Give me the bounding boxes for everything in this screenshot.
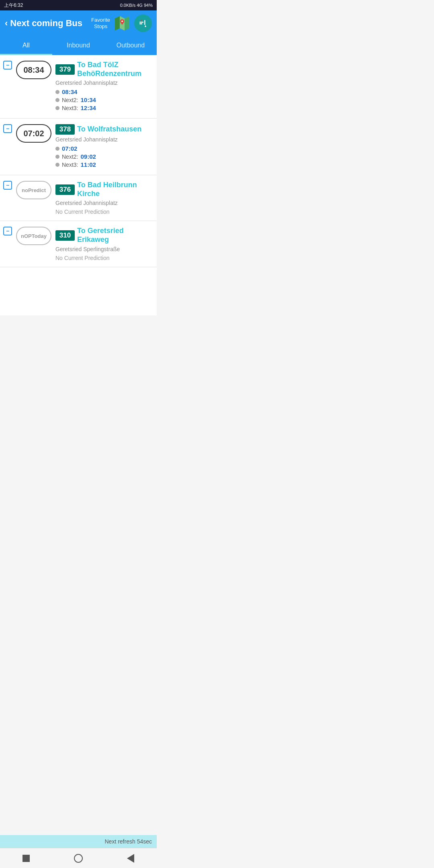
app-bar-left: ‹ Next coming Bus bbox=[5, 18, 91, 29]
sort-button[interactable] bbox=[134, 14, 152, 32]
route-dest-379: To Bad TölZ BehöRdenzentrum bbox=[77, 61, 153, 78]
bus-info-378: 378 To Wolfratshausen Geretsried Johanni… bbox=[55, 124, 153, 169]
time-item-379-2: Next2: 10:34 bbox=[55, 96, 153, 103]
time-item-378-1: 07:02 bbox=[55, 145, 153, 152]
bus-route-header-376: 376 To Bad Heilbrunn Kirche bbox=[55, 181, 153, 198]
svg-rect-8 bbox=[139, 23, 142, 25]
collapse-button-376[interactable]: − bbox=[3, 181, 12, 190]
bus-list: − 08:34 379 To Bad TölZ BehöRdenzentrum … bbox=[0, 55, 157, 315]
status-time: 上午6:32 bbox=[4, 2, 23, 9]
bus-entry-378: − 07:02 378 To Wolfratshausen Geretsried… bbox=[0, 119, 157, 175]
time-value-378-3: 11:02 bbox=[80, 161, 96, 168]
app-bar-right: Favorite Stops bbox=[91, 14, 152, 32]
route-number-378: 378 bbox=[55, 124, 75, 135]
stop-name-310: Geretsried Sperlingstraße bbox=[55, 246, 153, 252]
route-dest-310: To Geretsried Erikaweg bbox=[77, 227, 153, 244]
time-value-379-2: 10:34 bbox=[80, 96, 96, 103]
svg-marker-9 bbox=[145, 25, 146, 27]
back-button[interactable]: ‹ bbox=[5, 18, 8, 29]
time-badge-379: 08:34 bbox=[16, 61, 51, 79]
time-badge-376: noPredict bbox=[16, 181, 51, 199]
route-number-376: 376 bbox=[55, 184, 75, 195]
map-button[interactable] bbox=[114, 15, 130, 31]
no-prediction-310: No Current Prediction bbox=[55, 255, 153, 261]
route-dest-376: To Bad Heilbrunn Kirche bbox=[77, 181, 153, 198]
time-value-379-1: 08:34 bbox=[62, 88, 77, 95]
stop-name-379: Geretsried Johannisplatz bbox=[55, 80, 153, 86]
time-list-378: 07:02 Next2: 09:02 Next3: 11:02 bbox=[55, 145, 153, 168]
dot-icon bbox=[55, 147, 59, 151]
collapse-button-378[interactable]: − bbox=[3, 124, 12, 133]
dot-icon bbox=[55, 90, 59, 94]
app-bar: ‹ Next coming Bus Favorite Stops bbox=[0, 10, 157, 36]
time-item-378-3: Next3: 11:02 bbox=[55, 161, 153, 168]
time-badge-310: nOPToday bbox=[16, 227, 51, 245]
stop-name-378: Geretsried Johannisplatz bbox=[55, 136, 153, 143]
tab-bar: All Inbound Outbound bbox=[0, 36, 157, 55]
next2-label-378: Next2: bbox=[62, 154, 78, 160]
bus-entry-310: − nOPToday 310 To Geretsried Erikaweg Ge… bbox=[0, 221, 157, 267]
svg-marker-2 bbox=[115, 16, 120, 31]
no-prediction-376: No Current Prediction bbox=[55, 209, 153, 215]
time-list-379: 08:34 Next2: 10:34 Next3: 12:34 bbox=[55, 88, 153, 111]
status-bar: 上午6:32 0.0KB/s 4G 94% bbox=[0, 0, 157, 10]
collapse-button-310[interactable]: − bbox=[3, 227, 12, 235]
next2-label-379: Next2: bbox=[62, 97, 78, 103]
route-dest-378: To Wolfratshausen bbox=[77, 125, 141, 134]
collapse-button-379[interactable]: − bbox=[3, 61, 12, 70]
time-value-378-1: 07:02 bbox=[62, 145, 77, 152]
time-item-379-1: 08:34 bbox=[55, 88, 153, 95]
bus-info-310: 310 To Geretsried Erikaweg Geretsried Sp… bbox=[55, 227, 153, 261]
bus-entry-379: − 08:34 379 To Bad TölZ BehöRdenzentrum … bbox=[0, 55, 157, 119]
next3-label-379: Next3: bbox=[62, 105, 78, 111]
bus-info-376: 376 To Bad Heilbrunn Kirche Geretsried J… bbox=[55, 181, 153, 215]
svg-marker-6 bbox=[141, 20, 142, 21]
next3-label-378: Next3: bbox=[62, 162, 78, 168]
svg-rect-10 bbox=[144, 20, 145, 25]
route-number-379: 379 bbox=[55, 64, 75, 75]
svg-rect-7 bbox=[139, 22, 143, 23]
time-value-379-3: 12:34 bbox=[80, 104, 96, 111]
dot-icon bbox=[55, 98, 59, 102]
bus-info-379: 379 To Bad TölZ BehöRdenzentrum Geretsri… bbox=[55, 61, 153, 113]
favorite-stops-button[interactable]: Favorite Stops bbox=[91, 17, 110, 29]
status-right-icons: 0.0KB/s 4G 94% bbox=[120, 3, 153, 8]
time-item-378-2: Next2: 09:02 bbox=[55, 153, 153, 160]
bus-route-header-378: 378 To Wolfratshausen bbox=[55, 124, 153, 135]
bus-entry-376: − noPredict 376 To Bad Heilbrunn Kirche … bbox=[0, 175, 157, 221]
tab-outbound[interactable]: Outbound bbox=[104, 36, 157, 54]
empty-space bbox=[0, 267, 157, 315]
dot-icon bbox=[55, 155, 59, 159]
svg-point-5 bbox=[121, 20, 123, 22]
bus-route-header-379: 379 To Bad TölZ BehöRdenzentrum bbox=[55, 61, 153, 78]
stop-name-376: Geretsried Johannisplatz bbox=[55, 200, 153, 206]
dot-icon bbox=[55, 163, 59, 167]
route-number-310: 310 bbox=[55, 230, 75, 241]
time-value-378-2: 09:02 bbox=[80, 153, 96, 160]
bus-route-header-310: 310 To Geretsried Erikaweg bbox=[55, 227, 153, 244]
tab-all[interactable]: All bbox=[0, 36, 52, 54]
tab-inbound[interactable]: Inbound bbox=[52, 36, 104, 54]
page-title: Next coming Bus bbox=[10, 18, 82, 29]
time-badge-378: 07:02 bbox=[16, 124, 51, 143]
time-item-379-3: Next3: 12:34 bbox=[55, 104, 153, 111]
dot-icon bbox=[55, 106, 59, 110]
